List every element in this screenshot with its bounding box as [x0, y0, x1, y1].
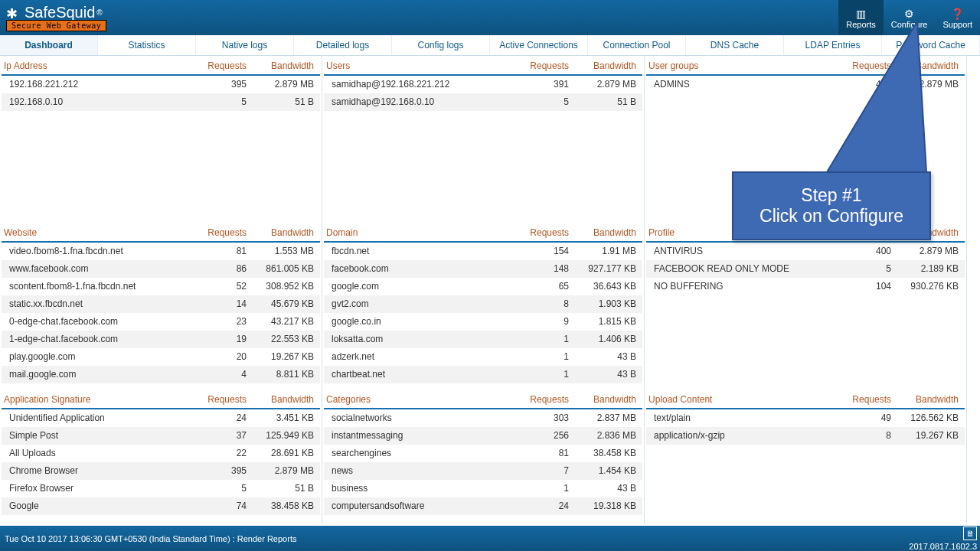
table-row[interactable]: google.com6536.643 KB — [324, 278, 642, 295]
table-row[interactable]: 0-edge-chat.facebook.com2343.217 KB — [2, 313, 320, 331]
table-row[interactable]: NO BUFFERING104930.276 KB — [646, 278, 965, 295]
col-requests[interactable]: Requests — [179, 394, 247, 405]
table-row[interactable]: Google7438.458 KB — [2, 497, 320, 515]
col-requests[interactable]: Requests — [179, 227, 247, 238]
cell-requests: 154 — [501, 246, 569, 257]
col-name[interactable]: Categories — [326, 394, 501, 405]
table-row[interactable]: FACEBOOK READ ONLY MODE52.189 KB — [646, 260, 965, 278]
col-bandwidth[interactable]: Bandwidth — [569, 227, 636, 238]
table-row[interactable]: socialnetworks3032.837 MB — [324, 409, 642, 427]
col-name[interactable]: Application Signature — [4, 394, 179, 405]
table-row[interactable]: facebook.com148927.177 KB — [324, 260, 642, 278]
cell-name: news — [332, 465, 501, 477]
table-row[interactable]: 192.168.0.10551 B — [2, 93, 320, 111]
tab-config-logs[interactable]: Config logs — [392, 35, 490, 55]
nav-support[interactable]: ❓ Support — [935, 0, 980, 35]
col-name[interactable]: Users — [326, 60, 501, 71]
tab-native-logs[interactable]: Native logs — [196, 35, 294, 55]
table-row[interactable]: video.fbom8-1.fna.fbcdn.net811.553 MB — [2, 243, 320, 260]
nav-reports[interactable]: ▥ Reports — [838, 0, 884, 35]
col-bandwidth[interactable]: Bandwidth — [569, 394, 636, 405]
table-row[interactable]: ANTIVIRUS4002.879 MB — [646, 243, 965, 260]
cell-bandwidth: 861.005 KB — [247, 263, 314, 275]
cell-name: gvt2.com — [332, 298, 501, 310]
col-bandwidth[interactable]: Bandwidth — [247, 60, 314, 71]
table-row[interactable]: play.google.com2019.267 KB — [2, 348, 320, 366]
tab-ldap-entries[interactable]: LDAP Entries — [784, 35, 882, 55]
col-bandwidth[interactable]: Bandwidth — [569, 60, 636, 71]
table-row[interactable]: application/x-gzip819.267 KB — [646, 427, 965, 445]
col-name[interactable]: Domain — [326, 227, 501, 238]
col-requests[interactable]: Requests — [179, 60, 247, 71]
table-row[interactable]: All Uploads2228.691 KB — [2, 445, 320, 462]
table-row[interactable]: news71.454 KB — [324, 462, 642, 480]
cell-requests: 24 — [179, 412, 247, 424]
table-row[interactable]: computersandsoftware2419.318 KB — [324, 497, 642, 515]
cell-name: 0-edge-chat.facebook.com — [9, 316, 179, 328]
cell-bandwidth: 2.189 KB — [891, 263, 959, 275]
cell-bandwidth: 308.952 KB — [247, 281, 314, 292]
col-bandwidth[interactable]: Bandwidth — [247, 227, 314, 238]
col-bandwidth[interactable]: Bandwidth — [891, 60, 959, 71]
col-name[interactable]: Ip Address — [4, 60, 179, 71]
nav-configure[interactable]: ⚙ Configure — [884, 0, 936, 35]
cell-requests: 391 — [501, 79, 569, 90]
bug-icon: ✱ — [6, 5, 21, 21]
tab-statistics[interactable]: Statistics — [98, 35, 196, 55]
table-row[interactable]: samidhap@192.168.0.10551 B — [324, 93, 642, 111]
table-row[interactable]: fbcdn.net1541.91 MB — [324, 243, 642, 260]
tab-detailed-logs[interactable]: Detailed logs — [294, 35, 392, 55]
col-requests[interactable]: Requests — [501, 227, 569, 238]
table-row[interactable]: ADMINS4002.879 MB — [646, 76, 965, 93]
table-row[interactable]: Unidentified Application243.451 KB — [2, 409, 320, 427]
doc-icon[interactable]: 🗎 — [963, 527, 977, 540]
table-row[interactable]: business143 B — [324, 480, 642, 497]
col-name[interactable]: User groups — [648, 60, 824, 71]
table-row[interactable]: www.facebook.com86861.005 KB — [2, 260, 320, 278]
table-row[interactable]: loksatta.com11.406 KB — [324, 331, 642, 348]
table-row[interactable]: scontent.fbom8-1.fna.fbcdn.net52308.952 … — [2, 278, 320, 295]
table-row[interactable]: mail.google.com48.811 KB — [2, 366, 320, 383]
table-row[interactable]: adzerk.net143 B — [324, 348, 642, 366]
tab-connection-pool[interactable]: Connection Pool — [588, 35, 686, 55]
table-row[interactable]: 192.168.221.2123952.879 MB — [2, 76, 320, 93]
table-row[interactable]: gvt2.com81.903 KB — [324, 295, 642, 313]
col-requests[interactable]: Requests — [501, 60, 569, 71]
cell-name: video.fbom8-1.fna.fbcdn.net — [9, 246, 179, 257]
table-row[interactable]: text/plain49126.562 KB — [646, 409, 965, 427]
table-row[interactable]: instantmessaging2562.836 MB — [324, 427, 642, 445]
cell-requests: 400 — [824, 79, 891, 90]
tab-dns-cache[interactable]: DNS Cache — [686, 35, 784, 55]
col-name[interactable]: Website — [4, 227, 179, 238]
col-requests[interactable]: Requests — [501, 394, 569, 405]
col-requests[interactable]: Requests — [824, 60, 891, 71]
cell-requests: 22 — [179, 448, 247, 459]
table-row[interactable]: Simple Post37125.949 KB — [2, 427, 320, 445]
col-bandwidth[interactable]: Bandwidth — [891, 394, 959, 405]
cell-name: chartbeat.net — [332, 369, 501, 380]
table-row[interactable]: Firefox Browser551 B — [2, 480, 320, 497]
col-requests[interactable]: Requests — [824, 394, 891, 405]
col-bandwidth[interactable]: Bandwidth — [247, 394, 314, 405]
cell-requests: 1 — [501, 334, 569, 345]
tab-active-connections[interactable]: Active Connections — [490, 35, 588, 55]
status-text: Tue Oct 10 2017 13:06:30 GMT+0530 (India… — [5, 534, 296, 543]
col-name[interactable]: Upload Content — [648, 394, 824, 405]
cell-requests: 5 — [179, 483, 247, 494]
table-row[interactable]: static.xx.fbcdn.net1445.679 KB — [2, 295, 320, 313]
table-row[interactable]: chartbeat.net143 B — [324, 366, 642, 383]
cell-requests: 5 — [179, 96, 247, 108]
table-row[interactable]: searchengines8138.458 KB — [324, 445, 642, 462]
cell-name: application/x-gzip — [654, 430, 824, 442]
cell-bandwidth: 51 B — [569, 96, 636, 108]
table-row[interactable]: Chrome Browser3952.879 MB — [2, 462, 320, 480]
table-row[interactable]: samidhap@192.168.221.2123912.879 MB — [324, 76, 642, 93]
table-row[interactable]: 1-edge-chat.facebook.com1922.553 KB — [2, 331, 320, 348]
cell-bandwidth: 2.879 MB — [891, 246, 959, 257]
tab-password-cache[interactable]: Password Cache — [882, 35, 980, 55]
table-row[interactable]: google.co.in91.815 KB — [324, 313, 642, 331]
cell-requests: 23 — [179, 316, 247, 328]
status-right: 🗎 2017.0817.1602.3 — [909, 527, 977, 551]
tab-dashboard[interactable]: Dashboard — [0, 35, 98, 55]
cell-requests: 1 — [501, 351, 569, 363]
